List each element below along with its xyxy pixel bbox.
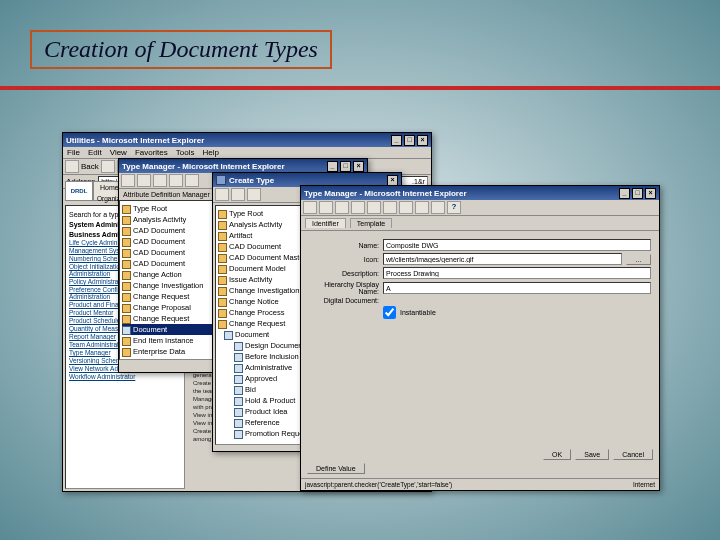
tool-btn[interactable]	[319, 201, 333, 214]
name-label: Name:	[309, 242, 379, 249]
slide-title: Creation of Document Types	[30, 30, 332, 69]
tree-item[interactable]: End Item Instance	[122, 335, 216, 346]
instantiable-checkbox[interactable]	[383, 306, 396, 319]
menu-edit[interactable]: Edit	[88, 148, 102, 157]
tool-btn[interactable]	[431, 201, 445, 214]
forward-button[interactable]	[101, 160, 115, 173]
drdl-logo: DRDL	[65, 181, 93, 201]
back-button[interactable]	[65, 160, 79, 173]
tool-btn[interactable]	[303, 201, 317, 214]
tree-item[interactable]: Change Investigation	[122, 280, 216, 291]
maximize-button[interactable]: □	[404, 135, 415, 146]
sidebar-link[interactable]: Workflow Administrator	[69, 373, 181, 380]
minimize-button[interactable]: _	[327, 161, 338, 172]
hier-label: Hierarchy Display Name:	[309, 281, 379, 295]
tree-item[interactable]: Library	[122, 357, 216, 360]
instantiable-label: Instantiable	[400, 309, 436, 316]
ok-button[interactable]: OK	[543, 449, 571, 460]
tool-btn[interactable]	[137, 174, 151, 187]
browse-button[interactable]: …	[626, 254, 651, 265]
tool-btn[interactable]	[153, 174, 167, 187]
digital-label: Digital Document:	[309, 297, 379, 304]
desc-input[interactable]	[383, 267, 651, 279]
tool-btn[interactable]	[185, 174, 199, 187]
maximize-button[interactable]: □	[632, 188, 643, 199]
win4-tabs: Identifier Template	[301, 216, 659, 231]
win1-title: Utilities - Microsoft Internet Explorer	[66, 136, 204, 145]
tree-item[interactable]: CAD Document	[122, 258, 216, 269]
java-icon	[216, 175, 226, 185]
minimize-button[interactable]: _	[391, 135, 402, 146]
menu-view[interactable]: View	[110, 148, 127, 157]
back-label: Back	[81, 162, 99, 171]
tree-item-document[interactable]: Document	[122, 324, 216, 335]
desc-label: Description:	[309, 270, 379, 277]
tree-item[interactable]: Analysis Activity	[122, 214, 216, 225]
status-left: javascript:parent.checker('CreateType','…	[305, 481, 452, 488]
tree-item[interactable]: CAD Document	[122, 236, 216, 247]
icon-input[interactable]	[383, 253, 622, 265]
win2-titlebar[interactable]: Type Manager - Microsoft Internet Explor…	[119, 159, 367, 173]
type-form-window: Type Manager - Microsoft Internet Explor…	[300, 185, 660, 491]
tool-btn[interactable]	[169, 174, 183, 187]
menu-file[interactable]: File	[67, 148, 80, 157]
tree-item[interactable]: CAD Document	[122, 225, 216, 236]
title-divider	[0, 86, 720, 90]
win4-statusbar: javascript:parent.checker('CreateType','…	[301, 478, 659, 490]
tree-item[interactable]: CAD Document	[122, 247, 216, 258]
tool-btn[interactable]	[231, 188, 245, 201]
close-button[interactable]: ×	[417, 135, 428, 146]
win2-tree[interactable]: Type Root Analysis ActivityCAD DocumentC…	[119, 200, 219, 360]
win1-titlebar[interactable]: Utilities - Microsoft Internet Explorer …	[63, 133, 431, 147]
maximize-button[interactable]: □	[340, 161, 351, 172]
name-input[interactable]	[383, 239, 651, 251]
tool-btn[interactable]	[351, 201, 365, 214]
save-button[interactable]: Save	[575, 449, 609, 460]
minimize-button[interactable]: _	[619, 188, 630, 199]
icon-label: Icon:	[309, 256, 379, 263]
tree-item[interactable]: Enterprise Data	[122, 346, 216, 357]
win4-toolbar: ?	[301, 200, 659, 216]
help-icon[interactable]: ?	[447, 201, 461, 214]
tree-item[interactable]: Change Request	[122, 291, 216, 302]
tab-template[interactable]: Template	[350, 218, 392, 228]
win4-title: Type Manager - Microsoft Internet Explor…	[304, 189, 467, 198]
tree-root[interactable]: Type Root	[122, 203, 216, 214]
tool-btn[interactable]	[247, 188, 261, 201]
tool-btn[interactable]	[399, 201, 413, 214]
tool-btn[interactable]	[215, 188, 229, 201]
menu-tools[interactable]: Tools	[176, 148, 195, 157]
define-value-button[interactable]: Define Value	[307, 463, 365, 474]
tree-item[interactable]: Change Request	[122, 313, 216, 324]
win4-titlebar[interactable]: Type Manager - Microsoft Internet Explor…	[301, 186, 659, 200]
tool-btn[interactable]	[335, 201, 349, 214]
menu-favorites[interactable]: Favorites	[135, 148, 168, 157]
close-button[interactable]: ×	[645, 188, 656, 199]
tool-btn[interactable]	[383, 201, 397, 214]
menu-help[interactable]: Help	[202, 148, 218, 157]
close-button[interactable]: ×	[387, 175, 398, 186]
tab-identifier[interactable]: Identifier	[305, 218, 346, 228]
tree-item[interactable]: Change Action	[122, 269, 216, 280]
win3-title: Create Type	[229, 176, 274, 185]
cancel-button[interactable]: Cancel	[613, 449, 653, 460]
tool-btn[interactable]	[367, 201, 381, 214]
hier-input[interactable]	[383, 282, 651, 294]
win2-title: Type Manager - Microsoft Internet Explor…	[122, 162, 285, 171]
tool-btn[interactable]	[415, 201, 429, 214]
status-right: Internet	[633, 481, 655, 488]
tree-item[interactable]: Change Proposal	[122, 302, 216, 313]
tool-btn[interactable]	[121, 174, 135, 187]
close-button[interactable]: ×	[353, 161, 364, 172]
